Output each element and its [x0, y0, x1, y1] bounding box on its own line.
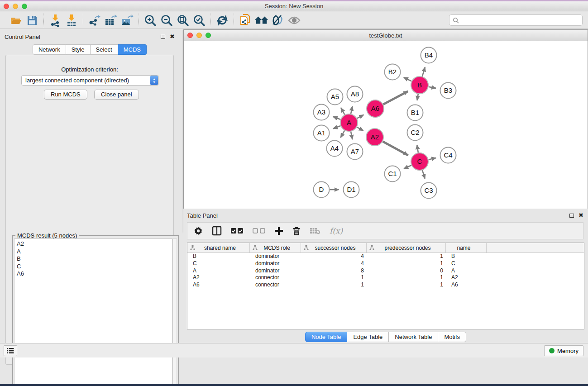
edge-A-A2[interactable] [357, 127, 363, 131]
table-cell: 1 [367, 274, 446, 281]
split-columns-icon[interactable] [212, 226, 222, 236]
search-field[interactable] [449, 14, 583, 26]
column-header[interactable]: shared name [187, 243, 250, 253]
edge-A-A1[interactable] [333, 126, 341, 129]
edge-A6-B[interactable] [383, 91, 408, 105]
add-column-icon[interactable] [274, 226, 283, 235]
import-table-icon[interactable] [65, 14, 78, 27]
column-header[interactable]: successor nodes [301, 243, 367, 253]
tab-network-table[interactable]: Network Table [389, 332, 438, 342]
mcds-result-list[interactable]: A2ABCA6 [14, 238, 172, 386]
float-table-panel-icon[interactable] [569, 214, 574, 218]
node-label-A: A [347, 119, 351, 126]
table-row[interactable]: Cdominator41C [187, 260, 584, 267]
mcds-result-item[interactable]: A2 [17, 240, 172, 248]
mcds-result-item[interactable]: A6 [17, 270, 172, 278]
column-header[interactable]: predecessor nodes [367, 243, 446, 253]
close-panel-button[interactable]: Close panel [94, 90, 139, 100]
table-row[interactable]: Bdominator41B [187, 253, 584, 260]
table-cell: A6 [446, 281, 487, 289]
edge-B-B3[interactable] [429, 87, 436, 88]
tab-select[interactable]: Select [91, 44, 118, 55]
duplicate-network-icon[interactable] [239, 14, 252, 27]
export-network-icon[interactable] [88, 14, 101, 27]
table-cell: dominator [250, 260, 301, 267]
clear-checks-icon[interactable] [253, 228, 265, 234]
tab-edge-table[interactable]: Edge Table [347, 332, 389, 342]
mcds-result-item[interactable]: B [17, 255, 172, 263]
node-label-A2: A2 [371, 133, 379, 141]
close-table-panel-icon[interactable]: ✖ [578, 213, 583, 218]
select-all-checks-icon[interactable] [231, 228, 244, 234]
column-header[interactable]: MCDS role [250, 243, 301, 253]
export-image-icon[interactable] [120, 14, 134, 27]
select-stepper-icon: ▲▼ [150, 76, 158, 85]
edge-A-A8[interactable] [351, 106, 352, 114]
import-network-icon[interactable] [48, 14, 62, 27]
tab-network[interactable]: Network [33, 44, 66, 55]
delete-table-icon[interactable] [310, 227, 320, 234]
close-panel-icon[interactable]: ✖ [170, 34, 175, 39]
node-label-B3: B3 [444, 86, 452, 94]
memory-button[interactable]: Memory [544, 345, 583, 356]
save-session-icon[interactable] [25, 14, 39, 27]
open-file-icon[interactable] [9, 14, 23, 27]
float-panel-icon[interactable] [161, 35, 165, 39]
table-panel: Table Panel ✖ [183, 209, 588, 343]
network-canvas[interactable]: B4B2BB3A8A5A6B1A3AC2A1A2A4A7C4CC1DD1C3 [184, 41, 588, 232]
node-label-A4: A4 [330, 144, 339, 152]
hierarchy-icon [253, 245, 258, 250]
mcds-result-item[interactable]: A [17, 248, 172, 256]
table-row[interactable]: A2connector11A2 [187, 274, 584, 281]
edge-A-A7[interactable] [351, 132, 353, 139]
paint-visual-style-icon[interactable] [271, 14, 285, 27]
table-row[interactable]: A6connector11A6 [187, 281, 584, 289]
control-panel-title: Control Panel [5, 33, 40, 40]
optimization-criterion-select[interactable]: largest connected component (directed) ▲… [21, 75, 159, 86]
task-history-icon[interactable] [4, 345, 17, 356]
export-table-icon[interactable] [104, 14, 118, 27]
run-mcds-button[interactable]: Run MCDS [44, 90, 87, 100]
edge-A-A6[interactable] [357, 115, 364, 119]
table-cell: 1 [301, 281, 367, 289]
search-input[interactable] [459, 17, 582, 24]
function-builder-icon[interactable]: f(x) [330, 226, 343, 235]
edge-C-C3[interactable] [422, 170, 425, 179]
network-window-title: testGlobe.txt [184, 32, 588, 39]
table-cell: 4 [301, 260, 367, 267]
edge-A2-C[interactable] [383, 142, 408, 156]
zoom-fit-icon[interactable] [176, 14, 190, 27]
edge-C-C2[interactable] [417, 145, 418, 152]
edge-A-A4[interactable] [340, 130, 344, 138]
edge-B-B4[interactable] [422, 67, 425, 76]
edge-A-A3[interactable] [333, 117, 341, 119]
show-hide-eye-icon[interactable] [287, 14, 301, 27]
tab-mcds[interactable]: MCDS [118, 44, 147, 55]
tab-style[interactable]: Style [66, 44, 91, 55]
mcds-result-item[interactable]: C [17, 263, 172, 271]
node-label-A1: A1 [317, 129, 325, 137]
settings-gear-icon[interactable] [194, 226, 203, 235]
column-header[interactable]: name [446, 243, 487, 253]
node-label-C2: C2 [411, 129, 419, 136]
edge-B-B2[interactable] [404, 77, 411, 81]
delete-column-trash-icon[interactable] [292, 226, 301, 235]
edge-C-C1[interactable] [404, 165, 411, 169]
hierarchy-icon [369, 245, 374, 250]
edge-B-B1[interactable] [417, 94, 418, 100]
network-window-titlebar[interactable]: testGlobe.txt [184, 30, 588, 41]
edge-C-C4[interactable] [429, 158, 436, 160]
zoom-out-icon[interactable] [160, 14, 173, 27]
table-cell: A2 [187, 274, 250, 281]
edge-A-A5[interactable] [341, 108, 344, 114]
tab-motifs[interactable]: Motifs [438, 332, 466, 342]
mcds-result-scrollbar[interactable] [172, 238, 177, 386]
zoom-selected-icon[interactable] [192, 14, 206, 27]
refresh-icon[interactable] [215, 14, 229, 27]
tab-node-table[interactable]: Node Table [305, 332, 348, 342]
table-cell: C [446, 260, 487, 267]
home-icon[interactable] [255, 14, 268, 27]
network-graph[interactable]: B4B2BB3A8A5A6B1A3AC2A1A2A4A7C4CC1DD1C3 [184, 41, 588, 232]
zoom-in-icon[interactable] [143, 14, 157, 27]
table-row[interactable]: Adominator80A [187, 267, 584, 275]
